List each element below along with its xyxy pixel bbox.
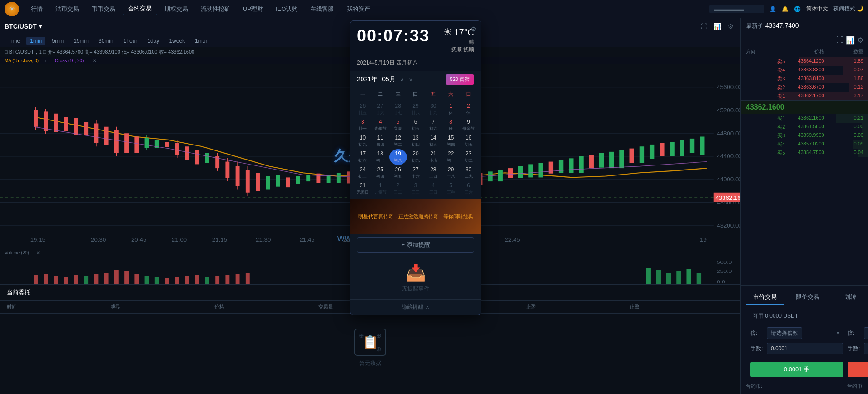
calendar-day[interactable]: 26廿五 bbox=[354, 101, 372, 117]
tf-1mon[interactable]: 1mon bbox=[191, 37, 212, 45]
calendar-day[interactable]: 23初二 bbox=[460, 149, 477, 165]
calendar-day[interactable]: 22初一 bbox=[442, 149, 460, 165]
nav-contract[interactable]: 合约交易 bbox=[123, 3, 157, 15]
calendar-day[interactable]: 12初二 bbox=[389, 133, 407, 149]
buy-button[interactable]: 0.0001 手 bbox=[750, 362, 843, 377]
ob-chart-icon[interactable]: 📊 bbox=[846, 36, 855, 45]
calendar-day[interactable]: 8班 bbox=[442, 117, 460, 133]
calendar-day[interactable]: 2三二 bbox=[389, 181, 407, 197]
calendar-day[interactable]: 29十八 bbox=[442, 165, 460, 181]
calendar-day[interactable]: 1儿童节 bbox=[372, 181, 389, 197]
calendar-day[interactable]: 5三种 bbox=[442, 181, 460, 197]
buy-qty-input[interactable] bbox=[767, 343, 843, 354]
calendar-day[interactable]: 26初五 bbox=[389, 165, 407, 181]
ad-banner[interactable]: 明星代言真传奇，正版激活顺腾传奇，等你问味经典 bbox=[350, 199, 481, 234]
calendar-day[interactable]: 4青年节 bbox=[372, 117, 389, 133]
user-icon[interactable]: 👤 bbox=[769, 6, 776, 12]
nav-assets[interactable]: 我的资产 bbox=[341, 3, 376, 15]
calendar-day[interactable]: 20初九 bbox=[407, 149, 425, 165]
close-indicator-icon[interactable]: ✕ bbox=[93, 58, 96, 63]
bell-icon[interactable]: 🔔 bbox=[782, 6, 789, 12]
next-month-icon[interactable]: ∨ bbox=[409, 76, 413, 83]
tf-1hour[interactable]: 1hour bbox=[120, 37, 141, 45]
promo-badge[interactable]: 520 闺蜜 bbox=[446, 74, 474, 85]
prev-month-icon[interactable]: ∧ bbox=[400, 76, 404, 83]
calendar-day[interactable]: 6初五 bbox=[407, 117, 425, 133]
calendar-day[interactable]: 17初六 bbox=[354, 149, 372, 165]
tf-1week[interactable]: 1week bbox=[165, 37, 188, 45]
night-mode-toggle[interactable]: 夜间模式 🌙 bbox=[833, 5, 863, 13]
hide-reminder-button[interactable]: 隐藏提醒 ∧ bbox=[350, 299, 481, 315]
search-bar[interactable]: ▬▬▬▬▬▬ bbox=[709, 5, 764, 13]
tab-transfer[interactable]: 划转 bbox=[837, 290, 863, 305]
nav-spot[interactable]: 币币交易 bbox=[86, 3, 121, 15]
vol-close-icon[interactable]: □✕ bbox=[34, 250, 40, 255]
tab-limit-order[interactable]: 限价交易 bbox=[789, 290, 827, 305]
calendar-day[interactable]: 27十六 bbox=[407, 165, 425, 181]
calendar-day[interactable]: 31无闰日 bbox=[354, 181, 372, 197]
sell-4-price: 43363.8300 bbox=[785, 67, 824, 74]
calendar-day[interactable]: 11四四 bbox=[372, 133, 389, 149]
calendar-day[interactable]: 25初四 bbox=[372, 165, 389, 181]
calendar-day[interactable]: 10初九 bbox=[354, 133, 372, 149]
tf-1day[interactable]: 1day bbox=[144, 37, 163, 45]
buy-multiplier-select[interactable]: 请选择倍数 bbox=[767, 327, 802, 339]
nav-market[interactable]: 行情 bbox=[25, 3, 48, 15]
tf-30min[interactable]: 30min bbox=[95, 37, 117, 45]
calendar-day[interactable]: 21小满 bbox=[424, 149, 442, 165]
cross-indicator[interactable]: Cross (10, 20) bbox=[55, 58, 84, 63]
cross-indicator-toggle[interactable]: □ bbox=[45, 58, 48, 63]
calendar-day[interactable]: 27廿六 bbox=[372, 101, 389, 117]
sell-qty-input[interactable] bbox=[864, 343, 868, 354]
buy-row-5: 买5 43354.7500 0.04 bbox=[741, 149, 868, 157]
logo[interactable]: ☀ bbox=[5, 2, 19, 16]
tf-5min[interactable]: 5min bbox=[48, 37, 67, 45]
ob-expand-icon[interactable]: ⛶ bbox=[836, 36, 843, 45]
calendar-popup[interactable]: 00:07:33 ☀ 17°C 晴 抚顺 抚顺 ⚙ 2021年5月19日 四月初… bbox=[350, 20, 481, 315]
ob-settings-icon[interactable]: ⚙ bbox=[857, 36, 863, 45]
calendar-day[interactable]: 28三四 bbox=[424, 165, 442, 181]
nav-liquidity[interactable]: 流动性挖矿 bbox=[195, 3, 236, 15]
calendar-day[interactable]: 30廿九 bbox=[424, 101, 442, 117]
chart-settings-icon[interactable]: ⚙ bbox=[725, 21, 736, 32]
calendar-day[interactable]: 3廿一 bbox=[354, 117, 372, 133]
nav-support[interactable]: 在线客服 bbox=[305, 3, 339, 15]
calendar-day[interactable]: 13初四 bbox=[407, 133, 425, 149]
nav-fiat[interactable]: 法币交易 bbox=[50, 3, 84, 15]
tf-1min[interactable]: 1min bbox=[26, 37, 45, 45]
calendar-day[interactable]: 18初七 bbox=[372, 149, 389, 165]
calendar-settings-icon[interactable]: ⚙ bbox=[471, 25, 476, 33]
tf-time[interactable]: Time bbox=[5, 37, 24, 45]
symbol-title[interactable]: BTC/USDT ▾ bbox=[5, 23, 42, 30]
calendar-day[interactable]: 14初五 bbox=[424, 133, 442, 149]
calendar-day[interactable]: 5立夏 bbox=[389, 117, 407, 133]
calendar-day[interactable]: 4三四 bbox=[424, 181, 442, 197]
nav-finance[interactable]: UP理财 bbox=[238, 3, 268, 15]
calendar-day[interactable]: 28廿七 bbox=[389, 101, 407, 117]
calendar-day[interactable]: 1休 bbox=[442, 101, 460, 117]
dow-tue: 二 bbox=[372, 89, 389, 100]
calendar-day[interactable]: 7初六 bbox=[424, 117, 442, 133]
calendar-day[interactable]: 24初三 bbox=[354, 165, 372, 181]
calendar-day[interactable]: 15初四 bbox=[442, 133, 460, 149]
calendar-day[interactable]: 29廿八 bbox=[407, 101, 425, 117]
year-label: 2021年 bbox=[357, 75, 377, 84]
calendar-day[interactable]: 6三六 bbox=[460, 181, 477, 197]
calendar-day[interactable]: 2休 bbox=[460, 101, 477, 117]
calendar-day[interactable]: 16初五 bbox=[460, 133, 477, 149]
calendar-day[interactable]: 9母亲节 bbox=[460, 117, 477, 133]
nav-options[interactable]: 期权交易 bbox=[159, 3, 193, 15]
calendar-day[interactable]: 19初八 bbox=[389, 149, 407, 165]
nav-ieo[interactable]: IEO认购 bbox=[270, 3, 303, 15]
ma-indicator[interactable]: MA (15, close, 0) bbox=[5, 58, 39, 63]
add-reminder-button[interactable]: + 添加提醒 bbox=[357, 237, 474, 253]
tf-15min[interactable]: 15min bbox=[70, 37, 92, 45]
tab-market-order[interactable]: 市价交易 bbox=[746, 290, 784, 305]
fullscreen-icon[interactable]: ⛶ bbox=[699, 21, 709, 32]
sell-button[interactable]: 0.0001 手 bbox=[848, 362, 868, 377]
calendar-day[interactable]: 3三三 bbox=[407, 181, 425, 197]
sell-multiplier-select[interactable]: 请选择倍数 bbox=[864, 327, 868, 339]
language-selector[interactable]: 简体中文 bbox=[806, 5, 828, 13]
calendar-day[interactable]: 30二九 bbox=[460, 165, 477, 181]
chart-type-icon[interactable]: 📊 bbox=[712, 21, 723, 32]
